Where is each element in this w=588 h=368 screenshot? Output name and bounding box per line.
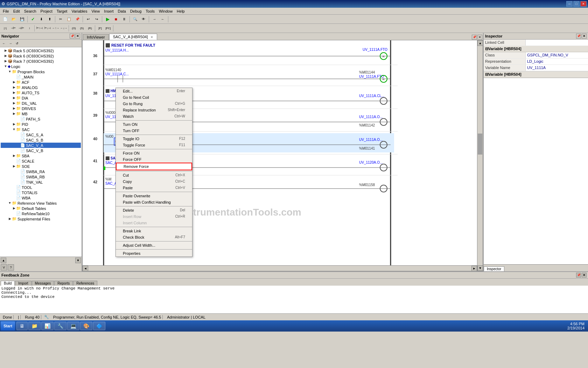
tree-program-blocks[interactable]: ▼ 📁 Program Blocks <box>1 69 81 74</box>
nav-pin[interactable]: 📌 <box>70 34 75 39</box>
tree-default-tables[interactable]: ▶ 📁 Default Tables <box>1 206 81 211</box>
tree-rack7[interactable]: ▶ 📦 Rack 7 (IC693CHS392) <box>1 59 81 64</box>
tree-swba-ra[interactable]: 📄 SWBA_RA <box>1 169 81 174</box>
menu-tools[interactable]: Tools <box>144 8 157 14</box>
tree-logic[interactable]: ▼ ◆ Logic <box>1 64 81 69</box>
menu-target[interactable]: Target <box>55 8 70 14</box>
maximize-button[interactable]: □ <box>573 1 580 7</box>
tab-sac-v-a[interactable]: SAC_V_A [HBR504] ✕ <box>109 34 157 40</box>
tab-pin[interactable]: 📌 <box>472 35 477 40</box>
ctx-adjust-cell[interactable]: Adjust Cell Width... <box>116 242 192 248</box>
tree-path-s[interactable]: 📄 PATH_S <box>1 116 81 122</box>
horizontal-scrollbar[interactable]: ◄ ► <box>83 265 477 271</box>
tb-new[interactable]: 📄 <box>1 16 9 23</box>
close-button[interactable]: ✕ <box>580 1 587 7</box>
tb2-btn7[interactable]: ←↑→ <box>52 25 59 32</box>
scroll-left-btn[interactable]: ◄ <box>83 266 88 271</box>
tb-copy[interactable]: 📋 <box>65 16 73 23</box>
tab-infoviewer[interactable]: InfoViewer <box>83 34 109 40</box>
tree-pid[interactable]: ▶ 📁 PID <box>1 122 81 127</box>
tb-save[interactable]: 💾 <box>18 16 26 23</box>
tree-soe[interactable]: ▶ 📁 SOE <box>1 164 81 169</box>
inspector-tab[interactable]: Inspector <box>484 266 504 271</box>
tab-close-icon[interactable]: ✕ <box>150 35 153 39</box>
minimize-button[interactable]: ─ <box>566 1 573 7</box>
ctx-paste[interactable]: Paste Ctrl+V <box>116 185 192 191</box>
tree-ref-table10[interactable]: 📄 RefViewTable10 <box>1 211 81 216</box>
scroll-down-btn[interactable]: ▼ <box>477 265 483 271</box>
menu-variables[interactable]: Variables <box>69 8 89 14</box>
nav-back[interactable]: ← <box>1 40 7 47</box>
ctx-goto-rung[interactable]: Go to Rung Ctrl+G <box>116 101 192 107</box>
tree-wba[interactable]: 📄 WBA <box>1 195 81 200</box>
tree-sac-sa[interactable]: 📄 SAC_S_A <box>1 132 81 137</box>
tree-analog[interactable]: ▶ 📁 ANALOG <box>1 85 81 90</box>
ctx-turn-off[interactable]: Turn OFF <box>116 128 192 134</box>
tree-rack5[interactable]: ▶ 📦 Rack 5 (IC693CHS392) <box>1 48 81 53</box>
taskbar-app-1[interactable]: 🖥 <box>16 322 28 330</box>
nav-scroll-down[interactable]: ▼ <box>75 258 81 263</box>
tree-tnk-val[interactable]: 📄 TNK_VAL <box>1 179 81 185</box>
tree-rack6[interactable]: ▶ 📦 Rack 6 (IC693CHS392) <box>1 53 81 59</box>
taskbar-app-7[interactable]: 🔷 <box>93 322 105 330</box>
tab-close-all[interactable]: ✕ <box>477 35 482 40</box>
tree-main[interactable]: 📄 _MAIN <box>1 74 81 80</box>
ctx-watch[interactable]: Watch Ctrl+W <box>116 113 192 120</box>
scroll-track[interactable] <box>477 46 483 265</box>
tree-totalis[interactable]: 📄 TOTALIS <box>1 190 81 195</box>
menu-search[interactable]: Search <box>22 8 38 14</box>
vertical-scrollbar[interactable]: ▲ ▼ <box>477 40 483 271</box>
tb-download[interactable]: ⬇ <box>37 16 45 23</box>
ctx-paste-overwrite[interactable]: Paste Overwrite <box>116 193 192 199</box>
tb2-func2[interactable]: [FC] <box>104 25 112 32</box>
menu-window[interactable]: Window <box>157 8 175 14</box>
tree-dia[interactable]: ▶ 📁 DIA <box>1 95 81 101</box>
menu-edit[interactable]: Edit <box>11 8 22 14</box>
tb2-btn5[interactable]: ⊢↑⊣ <box>36 25 43 32</box>
taskbar-app-3[interactable]: 📊 <box>41 322 54 330</box>
tab-references[interactable]: References <box>73 281 97 286</box>
ctx-goto-next-coil[interactable]: Go to Next Coil <box>116 94 192 101</box>
menu-data[interactable]: Data <box>116 8 128 14</box>
tb-pause[interactable]: ⏸ <box>120 16 128 23</box>
tb-stop[interactable]: ■ <box>112 16 120 23</box>
taskbar-app-2[interactable]: 📁 <box>28 322 41 330</box>
tree-ref-view[interactable]: ▼ 📁 Reference View Tables <box>1 200 81 206</box>
scroll-thumb[interactable] <box>478 134 482 155</box>
tb2-btn4[interactable]: ↕ <box>26 25 33 32</box>
tab-reports[interactable]: Reports <box>54 281 73 286</box>
tb2-btn8[interactable]: ←↓→ <box>60 25 68 32</box>
scroll-right-btn[interactable]: ► <box>471 266 477 271</box>
ctx-turn-on[interactable]: Turn ON <box>116 121 192 128</box>
tb2-coil1[interactable]: (O) <box>70 25 78 32</box>
ctx-toggle-io[interactable]: Toggle IO F12 <box>116 136 192 142</box>
ctx-toggle-force[interactable]: Toggle Force F11 <box>116 142 192 148</box>
nav-scroll-up[interactable]: ▲ <box>1 258 6 263</box>
tree-sac-va[interactable]: 📄 SAC_V_A <box>1 143 81 148</box>
tb-redo[interactable]: ↪ <box>93 16 100 23</box>
tb-find[interactable]: 🔍 <box>131 16 139 23</box>
ctx-copy[interactable]: Copy Ctrl+C <box>116 178 192 185</box>
tab-import[interactable]: Import <box>15 281 31 286</box>
tree-dil-val[interactable]: ▶ 📁 DIL_VAL <box>1 101 81 106</box>
tree-scale[interactable]: 📄 SCALE <box>1 158 81 164</box>
tb2-btn1[interactable]: |↑| <box>1 25 9 32</box>
taskbar-app-4[interactable]: 🔧 <box>54 322 66 330</box>
hscroll-track[interactable] <box>88 266 471 271</box>
tb2-coil3[interactable]: (R) <box>86 25 94 32</box>
ctx-replace-instruction[interactable]: Replace Instruction Shift+Enter <box>116 107 192 113</box>
inspector-section-2-header[interactable]: ⊟Variable [HBR504] <box>484 71 588 78</box>
nav-forward[interactable]: → <box>7 40 14 47</box>
ctx-delete[interactable]: Delete Del <box>116 207 192 213</box>
ctx-cut[interactable]: Cut Ctrl+X <box>116 172 192 178</box>
tree-supplemental[interactable]: ▶ 📁 Supplemental Files <box>1 216 81 222</box>
menu-project[interactable]: Project <box>38 8 55 14</box>
ctx-force-on[interactable]: Force ON <box>116 150 192 156</box>
tree-sac-vb[interactable]: 📄 SAC_V_B <box>1 148 81 153</box>
scroll-up-btn[interactable]: ▲ <box>477 40 483 46</box>
menu-insert[interactable]: Insert <box>102 8 116 14</box>
taskbar-app-5[interactable]: 💻 <box>67 322 79 330</box>
inspector-section-1-header[interactable]: ⊟Variable [HBR504] <box>484 46 588 52</box>
inspector-close[interactable]: ✕ <box>582 34 587 39</box>
tab-build[interactable]: Build <box>1 281 15 286</box>
